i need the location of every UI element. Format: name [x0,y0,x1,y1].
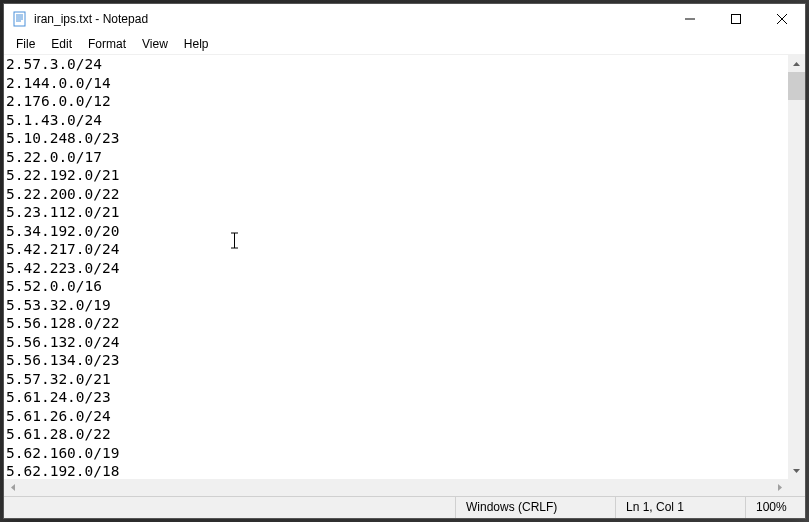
text-content[interactable]: 2.57.3.0/24 2.144.0.0/14 2.176.0.0/12 5.… [4,55,788,479]
editor-area: 2.57.3.0/24 2.144.0.0/14 2.176.0.0/12 5.… [4,54,805,496]
status-cursor-position: Ln 1, Col 1 [615,497,745,518]
notepad-window: iran_ips.txt - Notepad File Edit Format … [3,3,806,519]
scroll-up-button[interactable] [788,55,805,72]
status-line-ending: Windows (CRLF) [455,497,615,518]
maximize-button[interactable] [713,4,759,34]
window-controls [667,4,805,34]
menu-view[interactable]: View [134,35,176,53]
vertical-scrollbar[interactable] [788,55,805,479]
horizontal-scrollbar[interactable] [4,479,788,496]
scroll-down-button[interactable] [788,462,805,479]
titlebar[interactable]: iran_ips.txt - Notepad [4,4,805,34]
horizontal-scroll-track[interactable] [21,479,771,496]
menu-format[interactable]: Format [80,35,134,53]
svg-marker-12 [793,62,800,66]
svg-marker-14 [11,484,15,491]
close-button[interactable] [759,4,805,34]
scroll-right-button[interactable] [771,479,788,496]
scroll-left-button[interactable] [4,479,21,496]
svg-marker-15 [778,484,782,491]
svg-rect-6 [732,15,741,24]
svg-marker-13 [793,469,800,473]
notepad-icon [12,11,28,27]
minimize-button[interactable] [667,4,713,34]
text-editor[interactable]: 2.57.3.0/24 2.144.0.0/14 2.176.0.0/12 5.… [4,55,788,479]
status-spacer [4,497,455,518]
scroll-corner [788,479,805,496]
vertical-scroll-thumb[interactable] [788,72,805,100]
menu-file[interactable]: File [8,35,43,53]
status-zoom: 100% [745,497,805,518]
window-title: iran_ips.txt - Notepad [34,12,667,26]
vertical-scroll-track[interactable] [788,72,805,462]
statusbar: Windows (CRLF) Ln 1, Col 1 100% [4,496,805,518]
menu-edit[interactable]: Edit [43,35,80,53]
menu-help[interactable]: Help [176,35,217,53]
menubar: File Edit Format View Help [4,34,805,54]
desktop-background: iran_ips.txt - Notepad File Edit Format … [0,0,809,522]
